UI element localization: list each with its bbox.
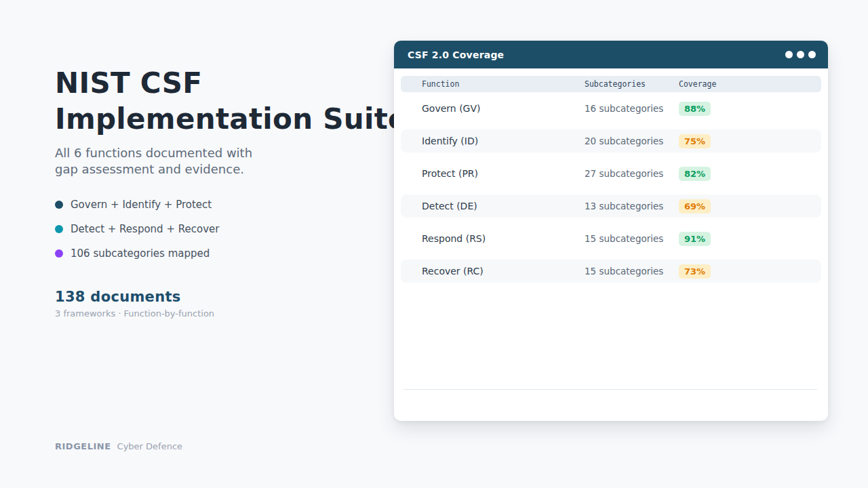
window-titlebar[interactable]: CSF 2.0 Coverage [394, 41, 828, 68]
feature-bullet-list: Govern + Identify + Protect Detect + Res… [55, 199, 219, 272]
brand-name: RIDGELINE [55, 441, 111, 451]
card-empty-space [394, 287, 828, 389]
bullet-dot-teal [55, 225, 63, 233]
coverage-window: CSF 2.0 Coverage Function Subcategories … [394, 41, 828, 421]
table-row[interactable]: Detect (DE) 13 subcategories 69% [401, 190, 821, 222]
bullet-label: 106 subcategories mapped [71, 247, 210, 260]
bullet-item-subcategories: 106 subcategories mapped [55, 248, 219, 259]
subcategories-cell: 15 subcategories [585, 266, 679, 277]
subcategories-cell: 16 subcategories [585, 103, 679, 114]
column-header-subcategories: Subcategories [585, 79, 679, 89]
subcategories-cell: 27 subcategories [585, 168, 679, 179]
window-control-icon[interactable] [808, 51, 816, 58]
column-header-function: Function [422, 79, 585, 89]
table-row[interactable]: Identify (ID) 20 subcategories 75% [401, 125, 821, 157]
brand-footer: RIDGELINE Cyber Defence [55, 441, 182, 451]
subcategories-cell: 13 subcategories [585, 201, 679, 211]
page-title: NIST CSFImplementation Suite [55, 65, 408, 137]
coverage-badge: 88% [679, 102, 711, 116]
documents-detail: 3 frameworks · Function-by-function [55, 308, 214, 319]
coverage-badge: 73% [679, 264, 711, 279]
coverage-badge: 82% [679, 167, 711, 181]
coverage-badge: 91% [679, 232, 711, 246]
page-title-line1: NIST CSF [55, 66, 202, 100]
window-control-icon[interactable] [797, 51, 804, 58]
window-controls [785, 51, 816, 58]
brand-tagline: Cyber Defence [117, 441, 182, 451]
page-subtitle: All 6 functions documented with gap asse… [55, 145, 252, 178]
table-row[interactable]: Govern (GV) 16 subcategories 88% [401, 92, 821, 125]
table-header-row: Function Subcategories Coverage [401, 76, 821, 92]
table-row[interactable]: Protect (PR) 27 subcategories 82% [401, 157, 821, 190]
function-cell: Detect (DE) [422, 201, 585, 211]
window-control-icon[interactable] [785, 51, 793, 58]
bullet-item-functions-1: Govern + Identify + Protect [55, 199, 219, 210]
page-title-line2: Implementation Suite [55, 102, 408, 136]
coverage-table: Function Subcategories Coverage Govern (… [401, 76, 821, 287]
subcategories-cell: 15 subcategories [585, 233, 679, 244]
bullet-dot-navy [55, 201, 63, 209]
bullet-dot-purple [55, 249, 63, 258]
function-cell: Govern (GV) [422, 103, 585, 114]
coverage-badge: 69% [679, 199, 711, 214]
bullet-item-functions-2: Detect + Respond + Recover [55, 224, 219, 235]
function-cell: Identify (ID) [422, 136, 585, 146]
column-header-coverage: Coverage [679, 79, 821, 89]
function-cell: Protect (PR) [422, 168, 585, 179]
bullet-label: Govern + Identify + Protect [71, 199, 212, 211]
bullet-label: Detect + Respond + Recover [71, 223, 219, 235]
documents-count: 138 documents [55, 289, 181, 305]
table-body: Govern (GV) 16 subcategories 88% Identif… [401, 92, 821, 287]
table-row[interactable]: Respond (RS) 15 subcategories 91% [401, 222, 821, 255]
window-title: CSF 2.0 Coverage [408, 49, 504, 60]
subcategories-cell: 20 subcategories [585, 136, 679, 146]
function-cell: Respond (RS) [422, 233, 585, 244]
coverage-badge: 75% [679, 134, 711, 148]
card-footer-space [394, 390, 828, 421]
function-cell: Recover (RC) [422, 266, 585, 277]
table-row[interactable]: Recover (RC) 15 subcategories 73% [401, 255, 821, 287]
